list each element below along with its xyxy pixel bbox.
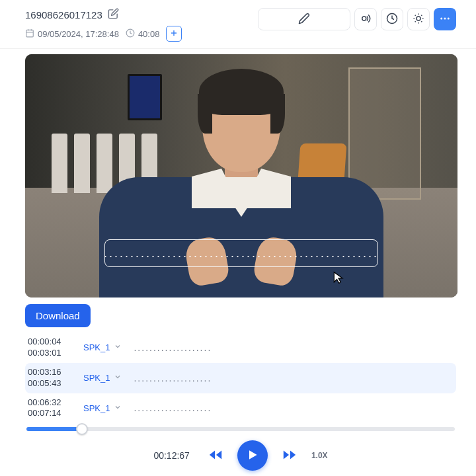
video-player[interactable]: ........................................… — [25, 54, 457, 298]
dots-icon — [439, 13, 451, 26]
calendar-icon — [25, 28, 34, 40]
transcript-times: 00:00:04 00:03:01 — [28, 337, 71, 359]
title-row: 16908626017123 — [25, 8, 182, 22]
date-text: 09/05/2024, 17:28:48 — [38, 29, 119, 39]
progress-fill — [26, 427, 82, 431]
plus-icon — [169, 28, 178, 40]
transcript-times: 00:03:16 00:05:43 — [28, 367, 71, 389]
rewind-button[interactable] — [208, 448, 223, 464]
progress-thumb[interactable] — [76, 423, 88, 435]
svg-line-17 — [421, 15, 422, 15]
edit-toolbar-button[interactable] — [258, 8, 350, 30]
chevron-down-icon — [114, 373, 122, 383]
speaker-label: SPK_1 — [83, 373, 110, 383]
add-button[interactable] — [166, 26, 182, 42]
header-right — [258, 8, 456, 30]
speaker-select[interactable]: SPK_1 — [83, 342, 122, 352]
end-time: 00:03:01 — [28, 348, 71, 359]
forward-button[interactable] — [282, 448, 297, 464]
clock-icon — [386, 13, 398, 26]
svg-point-19 — [444, 17, 446, 19]
meta-row: 09/05/2024, 17:28:48 40:08 — [25, 26, 182, 42]
transcript-text: .................... — [134, 342, 212, 353]
speaker-select[interactable]: SPK_1 — [83, 403, 122, 413]
chevron-down-icon — [114, 403, 122, 413]
edit-title-icon[interactable] — [108, 8, 119, 22]
start-time: 00:03:16 — [28, 367, 71, 378]
duration-meta: 40:08 — [126, 28, 160, 40]
date-meta: 09/05/2024, 17:28:48 — [25, 28, 119, 40]
play-button[interactable] — [237, 440, 268, 471]
svg-point-7 — [362, 17, 366, 20]
page-header: 16908626017123 09/05/2024, 17:28:48 40:0… — [0, 0, 476, 49]
recording-title: 16908626017123 — [25, 9, 102, 20]
speaker-select[interactable]: SPK_1 — [83, 373, 122, 383]
transcript-row[interactable]: 00:00:04 00:03:01 SPK_1 ................… — [25, 333, 456, 363]
svg-point-9 — [416, 17, 420, 20]
svg-marker-22 — [216, 450, 221, 459]
clock-icon — [126, 28, 135, 40]
end-time: 00:07:14 — [28, 408, 71, 419]
caption-box[interactable]: ........................................… — [104, 239, 378, 267]
more-button[interactable] — [434, 8, 456, 30]
content-area: ........................................… — [0, 54, 476, 471]
svg-line-12 — [415, 15, 416, 15]
transcript-row[interactable]: 00:03:16 00:05:43 SPK_1 ................… — [25, 363, 456, 393]
history-button[interactable] — [381, 8, 403, 30]
svg-rect-0 — [26, 30, 34, 37]
chevron-down-icon — [114, 342, 122, 352]
svg-marker-23 — [249, 450, 257, 459]
transcript-list: 00:00:04 00:03:01 SPK_1 ................… — [25, 333, 456, 423]
svg-marker-24 — [290, 450, 296, 459]
player-controls: 00:12:67 1.0X — [25, 427, 456, 471]
end-time: 00:05:43 — [28, 378, 71, 389]
forward-icon — [282, 448, 297, 464]
header-left: 16908626017123 09/05/2024, 17:28:48 40:0… — [25, 8, 182, 42]
start-time: 00:06:32 — [28, 397, 71, 409]
download-button[interactable]: Download — [25, 304, 91, 327]
transcript-times: 00:06:32 00:07:14 — [28, 397, 71, 420]
progress-bar[interactable] — [26, 427, 455, 431]
sun-icon — [413, 13, 424, 26]
svg-line-13 — [421, 21, 422, 22]
svg-line-16 — [415, 21, 416, 22]
audio-button[interactable] — [354, 8, 377, 30]
caption-text: ........................................… — [104, 247, 379, 260]
speaker-label: SPK_1 — [83, 342, 110, 352]
start-time: 00:00:04 — [28, 337, 71, 348]
duration-text: 40:08 — [138, 29, 160, 39]
rewind-icon — [208, 448, 223, 464]
speaker-label: SPK_1 — [83, 403, 110, 413]
svg-marker-25 — [284, 450, 289, 459]
playback-speed[interactable]: 1.0X — [311, 451, 328, 460]
transcript-text: .................... — [134, 403, 212, 413]
waveform-icon — [360, 13, 372, 26]
svg-point-18 — [440, 17, 442, 19]
brightness-button[interactable] — [407, 8, 430, 30]
current-time: 00:12:67 — [153, 450, 190, 461]
pencil-icon — [298, 13, 310, 26]
svg-marker-21 — [210, 450, 215, 459]
control-bar: 00:12:67 1.0X — [25, 440, 456, 471]
svg-point-20 — [448, 17, 450, 19]
transcript-row[interactable]: 00:06:32 00:07:14 SPK_1 ................… — [25, 393, 456, 424]
transcript-text: .................... — [134, 373, 212, 383]
play-icon — [246, 448, 259, 463]
